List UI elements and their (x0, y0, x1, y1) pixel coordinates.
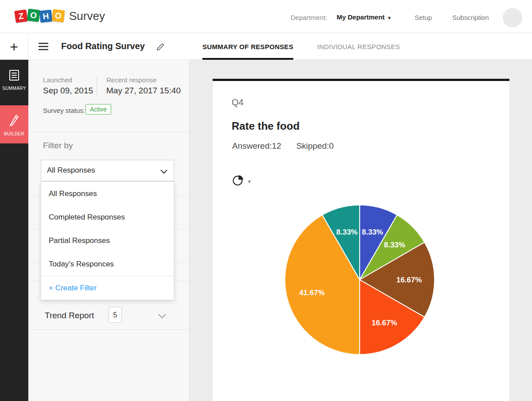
filter-option-partial-responses[interactable]: Partial Responses (41, 229, 174, 252)
survey-toolbar: + Food Rating Survey SUMMARY OF RESPONSE… (0, 34, 532, 60)
user-avatar[interactable] (503, 8, 522, 27)
pie-slice-label: 8.33% (336, 228, 357, 236)
summary-sidebar: Launched Sep 09, 2015 Recent response Ma… (28, 60, 190, 401)
create-filter-link[interactable]: + Create Filter (41, 276, 174, 300)
plus-icon: + (10, 40, 18, 54)
recent-response-value: May 27, 2017 15:40 (106, 86, 181, 96)
chevron-down-icon[interactable] (158, 312, 166, 320)
add-survey-button[interactable]: + (0, 34, 28, 60)
zoho-survey-logo[interactable]: Z O H O Survey (15, 9, 105, 23)
survey-status-label: Survey status: (43, 107, 85, 114)
trend-report-count-input[interactable]: 5 (109, 307, 122, 323)
info-divider (97, 76, 97, 97)
filter-selected-value: All Responses (47, 166, 95, 175)
survey-list-icon[interactable] (38, 42, 49, 53)
edit-title-icon[interactable] (156, 42, 165, 53)
builder-pencil-icon (8, 113, 20, 128)
answered-count: Answered:12 (232, 141, 281, 150)
summary-doc-icon (9, 69, 19, 83)
summary-main-area: Q4 Rate the food Answered:12Skipped:0 ▾ … (190, 60, 532, 401)
rail-item-summary[interactable]: SUMMARY (0, 60, 28, 100)
department-label: Department: (291, 14, 327, 21)
launched-value: Sep 09, 2015 (43, 86, 93, 96)
trend-report-label: Trend Report (45, 311, 94, 320)
filter-option-todays-responses[interactable]: Today’s Responces (41, 252, 174, 276)
filter-dropdown[interactable]: All Responses (41, 160, 174, 181)
logo-letter-o2: O (52, 9, 65, 23)
card-top-accent (213, 79, 509, 81)
pie-slice-label: 41.67% (299, 289, 325, 297)
pie-slice-label: 16.67% (372, 319, 397, 327)
filter-option-completed-responses[interactable]: Completed Responses (41, 205, 174, 229)
rail-builder-label: BUILDER (4, 131, 24, 136)
chevron-down-icon (160, 168, 167, 176)
logo-letter-h: H (39, 10, 53, 23)
question-number: Q4 (232, 97, 244, 108)
skipped-count: Skipped:0 (296, 141, 334, 150)
pie-chart[interactable]: 8.33%8.33%16.67%16.67%41.67%8.33% (280, 200, 439, 359)
department-dropdown[interactable]: My Department▾ (337, 13, 391, 21)
status-badge: Active (85, 104, 111, 115)
department-value: My Department (337, 13, 384, 21)
pie-slice-label: 16.67% (396, 276, 422, 284)
chevron-down-icon: ▾ (248, 178, 251, 185)
chevron-down-icon: ▾ (388, 15, 391, 20)
info-section-divider (28, 131, 189, 132)
logo-letter-o1: O (27, 8, 40, 22)
filter-by-heading: Filter by (43, 141, 73, 150)
filter-option-all-responses[interactable]: All Responses (41, 182, 174, 205)
question-summary-card: Q4 Rate the food Answered:12Skipped:0 ▾ … (213, 79, 509, 401)
rail-summary-label: SUMMARY (2, 86, 26, 91)
logo-product-name: Survey (69, 9, 105, 23)
question-title: Rate the food (232, 120, 299, 132)
pie-slice-label: 8.33% (362, 228, 383, 236)
trend-section-divider (28, 329, 189, 330)
survey-title: Food Rating Survey (61, 41, 145, 51)
filter-dropdown-menu: All Responses Completed Responses Partia… (41, 181, 174, 300)
rail-item-builder[interactable]: BUILDER (0, 105, 28, 143)
launched-label: Launched (43, 76, 72, 84)
tab-individual-responses[interactable]: INDIVIDUAL RESPONSES (317, 34, 400, 60)
chart-type-selector[interactable]: ▾ (232, 174, 251, 188)
pie-slice-label: 8.33% (384, 241, 405, 249)
pie-chart-icon (232, 174, 244, 188)
left-rail: SUMMARY BUILDER (0, 60, 28, 401)
top-header: Z O H O Survey Department: My Department… (0, 0, 532, 33)
tab-summary-of-responses[interactable]: SUMMARY OF RESPONSES (202, 34, 293, 60)
subscription-link[interactable]: Subscription (452, 14, 489, 21)
question-stats: Answered:12Skipped:0 (232, 141, 334, 151)
recent-response-label: Recent response (106, 76, 156, 84)
logo-letter-z: Z (14, 9, 27, 23)
trend-report-row: Trend Report 5 (28, 305, 189, 329)
setup-link[interactable]: Setup (415, 14, 432, 21)
